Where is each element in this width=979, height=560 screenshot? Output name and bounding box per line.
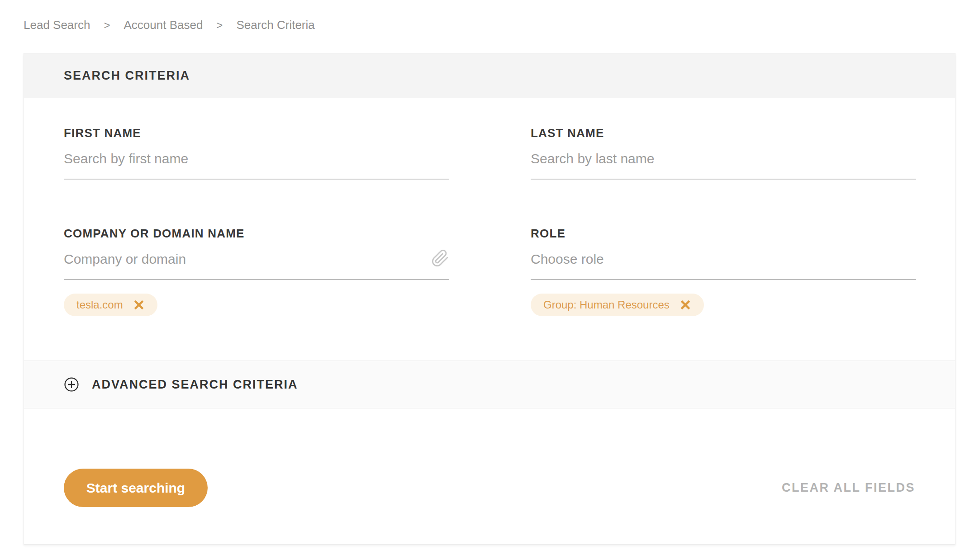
role-label: ROLE (531, 227, 916, 240)
role-tag-list: Group: Human Resources (531, 294, 916, 316)
role-input[interactable] (531, 251, 916, 267)
role-input-wrap (531, 251, 916, 280)
company-label: COMPANY OR DOMAIN NAME (64, 227, 449, 240)
company-field: COMPANY OR DOMAIN NAME tesla.com (64, 227, 449, 316)
company-tag-label: tesla.com (76, 299, 123, 311)
breadcrumb-lead-search[interactable]: Lead Search (24, 18, 90, 32)
last-name-label: LAST NAME (531, 126, 916, 140)
breadcrumb-separator: > (104, 19, 110, 32)
card-footer: Start searching CLEAR ALL FIELDS (24, 408, 955, 507)
company-tag-list: tesla.com (64, 294, 449, 316)
company-input-wrap (64, 251, 449, 280)
role-tag: Group: Human Resources (531, 294, 704, 316)
role-field: ROLE Group: Human Resources (531, 227, 916, 316)
remove-role-tag-icon[interactable] (680, 299, 691, 311)
page-title: SEARCH CRITERIA (64, 69, 190, 83)
breadcrumb-account-based[interactable]: Account Based (124, 18, 203, 32)
first-name-field: FIRST NAME (64, 126, 449, 180)
search-form: FIRST NAME LAST NAME COMPANY OR DOMAIN N… (24, 98, 955, 316)
advanced-search-label: ADVANCED SEARCH CRITERIA (92, 378, 298, 392)
breadcrumb-search-criteria[interactable]: Search Criteria (236, 18, 314, 32)
last-name-field: LAST NAME (531, 126, 916, 180)
clear-all-fields-button[interactable]: CLEAR ALL FIELDS (782, 481, 915, 495)
last-name-input-wrap (531, 151, 916, 180)
role-tag-label: Group: Human Resources (543, 299, 670, 311)
search-criteria-card: SEARCH CRITERIA FIRST NAME LAST NAME COM… (24, 53, 955, 545)
first-name-input[interactable] (64, 151, 449, 167)
company-input[interactable] (64, 251, 449, 267)
paperclip-icon[interactable] (431, 249, 449, 267)
company-tag: tesla.com (64, 294, 157, 316)
breadcrumb-separator: > (216, 19, 223, 32)
plus-circle-icon (64, 377, 79, 392)
breadcrumb: Lead Search > Account Based > Search Cri… (24, 18, 315, 32)
start-searching-button[interactable]: Start searching (64, 469, 208, 507)
last-name-input[interactable] (531, 151, 916, 167)
advanced-search-toggle[interactable]: ADVANCED SEARCH CRITERIA (24, 361, 955, 408)
card-header: SEARCH CRITERIA (24, 53, 955, 98)
first-name-label: FIRST NAME (64, 126, 449, 140)
remove-company-tag-icon[interactable] (133, 299, 145, 311)
first-name-input-wrap (64, 151, 449, 180)
